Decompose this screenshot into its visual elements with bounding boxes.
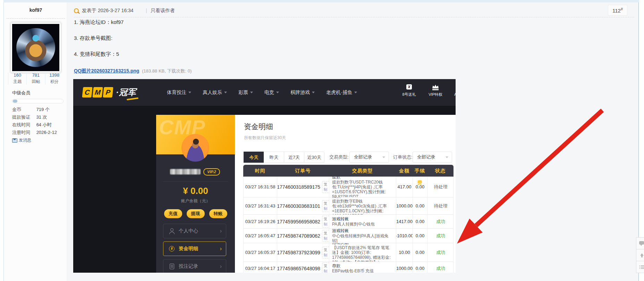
table-row: 03/27 16:31:58 1774600318589175 复制 提款 提款… (243, 177, 454, 197)
gift-icon (406, 84, 413, 91)
cell-status: 待处理 (427, 177, 454, 197)
forum-thread-page: kof97 160 主题 781 回帖 1398 积 (0, 0, 644, 281)
date-range-tab: 近30天 (304, 152, 324, 163)
chevron-right-icon: › (220, 264, 222, 269)
stat-value-link[interactable]: 1398 (45, 73, 63, 78)
censored-username (170, 169, 201, 174)
post-header-divider (74, 17, 634, 17)
author-avatar[interactable] (11, 23, 61, 73)
nav-item-label: 彩票 (238, 90, 248, 96)
profile-menu-item: 投注记录 › (163, 259, 226, 273)
transaction-type: 游戏转账 (332, 229, 349, 233)
attachment-link[interactable]: QQ图片20260327163215.png (74, 68, 139, 74)
order-number: 1774598737923099 (277, 250, 320, 255)
send-message-label: 发消息 (19, 137, 31, 143)
return-top-icon (639, 253, 644, 258)
stat-value-link[interactable]: 781 (27, 73, 45, 78)
logo-letter: M (92, 87, 103, 97)
attachment-row: QQ图片20260327163215.png (183.88 KB, 下载次数:… (74, 68, 192, 74)
order-number: 1774598747089062 (277, 233, 320, 239)
table-row: 03/27 16:04:17 1774598657648098 复制 存款 EB… (243, 262, 454, 273)
cmp-header-actions: 8号送礼 VIP特权 APP下载 (399, 84, 456, 97)
cell-time: 03/27 16:04:17 (244, 262, 277, 273)
table-row: 03/27 16:31:43 1774600303683101 复制 提款 提款… (243, 197, 454, 215)
cell-fee: 0.00 (413, 229, 427, 243)
chevron-down-icon (276, 92, 279, 93)
cell-time: 03/27 16:31:43 (244, 197, 277, 214)
avatar-art (12, 24, 59, 71)
logo-suffix: ·冠军 (116, 87, 136, 98)
cell-status: 成功 (427, 262, 454, 273)
transaction-detail: 提款到数字EB钱包:eb13d9***e0c3(免提) ,汇率=1EBDT:1.… (332, 199, 393, 214)
rank-progress-fill (13, 100, 17, 103)
cell-type: 活动奖励 【USDT存款送2% 笔笔存 笔笔送】金额: 1000(订单: 177… (329, 243, 396, 262)
transaction-type: 提款 (332, 177, 340, 180)
author-username[interactable]: kof97 (4, 7, 68, 13)
account-balance: ¥ 0.00 (156, 186, 235, 196)
cell-status: 成功 (427, 229, 454, 243)
cmp-header-action: 8号送礼 (399, 84, 419, 97)
cmp-nav: 体育投注 真人娱乐 彩票 电竞 (167, 79, 357, 106)
chevron-right-icon: › (220, 246, 222, 252)
cell-time: 03/27 16:05:37 (244, 243, 277, 262)
menu-item-label: 个人中心 (179, 228, 198, 234)
cmp-nav-item: 棋牌游戏 (290, 90, 315, 96)
transaction-type: 游戏转账 (332, 216, 349, 222)
divider (7, 18, 65, 19)
funds-title: 资金明细 (244, 122, 273, 131)
cell-time: 03/27 16:31:58 (244, 177, 277, 197)
cell-type: 游戏转账 PA真人转账到中心钱包 (329, 215, 396, 228)
cell-status: 成功 (427, 243, 454, 262)
thread-list-button[interactable] (636, 261, 644, 273)
nav-item-label: 真人娱乐 (203, 90, 222, 96)
back-to-top-button[interactable] (636, 249, 644, 261)
stat-item: 160 主题 (8, 73, 26, 85)
funds-subtitle: 所有数据只保留近30天 (244, 135, 286, 141)
date-range-tab: 今天 (244, 152, 264, 163)
order-number: 1774598657648098 (277, 266, 320, 271)
order-number: 1774600318589175 (277, 184, 320, 190)
attached-screenshot-image[interactable]: CMP ·冠军 体育投注 真人娱乐 彩票 (73, 79, 456, 273)
transaction-detail: 中心钱包转账到PA真人[游戏免转] (332, 233, 393, 243)
cmp-logo: CMP ·冠军 (83, 87, 136, 98)
profile-field-row: 金币 719 个 (12, 106, 64, 113)
cell-fee: 0.00 (413, 215, 427, 228)
cell-amount: 10.00 (396, 243, 413, 262)
wallet-button: 转账 (209, 209, 227, 218)
cell-type: 提款 提款到数字USDT-TRC20钱包:TUzinj***ji4P(免提) ,… (329, 177, 396, 197)
cmp-header-action: APP下载 (452, 84, 456, 97)
copy-button: 复制 (322, 230, 329, 242)
player-avatar (181, 134, 209, 162)
floor-hash: # (621, 7, 623, 11)
stat-value-link[interactable]: 160 (8, 73, 26, 78)
send-message-link[interactable]: 发消息 (12, 137, 31, 143)
post-text-line: 3. 存款单号截图: (74, 35, 490, 41)
comment-icon (639, 241, 644, 246)
cell-fee: 0.00 (413, 243, 427, 262)
floor-number-link[interactable]: 112# (608, 5, 627, 16)
transaction-detail: 【USDT存款送2% 笔笔存 笔笔送】金额: 1000(订单: 17745986… (332, 245, 393, 262)
wallet-button: 充值 (164, 209, 182, 218)
chevron-down-icon (312, 92, 315, 93)
cell-order: 1774599566958082 复制 (277, 215, 329, 228)
header-divider: | (146, 8, 147, 13)
author-sidebar: kof97 160 主题 781 回帖 1398 积 (3, 2, 67, 281)
funds-panel: 资金明细 所有数据只保留近30天 今天昨天近7天近30天 交易类型: 全部记录 … (235, 115, 456, 273)
post-text-line: 1. 海燕论坛ID：kof97 (74, 19, 490, 25)
stat-item: 1398 积分 (45, 73, 63, 85)
profile-menu-item: 资金明细 › (163, 241, 226, 256)
table-row: 03/27 16:05:47 1774598747089062 复制 游戏转账 … (243, 229, 454, 243)
transaction-type: 存款 (332, 263, 340, 269)
chevron-down-icon (250, 92, 253, 93)
only-author-link[interactable]: 只看该作者 (151, 8, 175, 14)
cmp-nav-item: 电竞 (264, 90, 279, 96)
transaction-detail: PA真人转账到中心钱包 (332, 222, 375, 227)
action-label: 8号送礼 (402, 92, 416, 97)
logo-swoosh (127, 97, 138, 101)
chevron-down-icon (354, 92, 357, 93)
reply-button[interactable] (636, 237, 644, 249)
envelope-icon (12, 138, 17, 143)
cell-type: 游戏转账 中心钱包转账到PA真人[游戏免转] (329, 229, 396, 243)
post-text-line: 4. 竞猜和尾数字：5 (74, 51, 490, 57)
divider (163, 181, 228, 182)
